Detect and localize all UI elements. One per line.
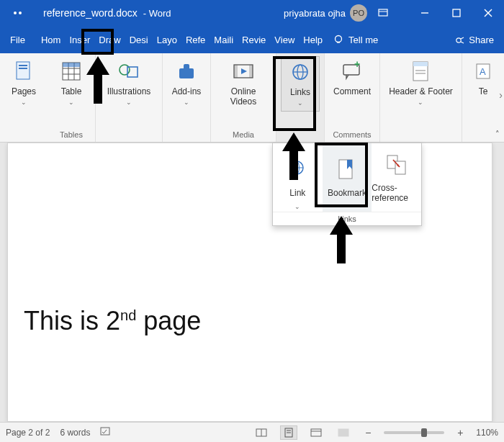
svg-rect-9 xyxy=(17,62,30,79)
svg-rect-23 xyxy=(234,65,238,78)
table-button[interactable]: Table⌄ xyxy=(52,56,91,110)
table-label: Table xyxy=(61,86,82,96)
ribbon-tabs: File Hom Inser Draw Desi Layo Refe Maili… xyxy=(0,26,504,53)
file-name: reference_word.docx xyxy=(43,7,138,19)
share-icon xyxy=(454,34,466,45)
zoom-slider[interactable] xyxy=(384,431,444,434)
shapes-icon xyxy=(117,59,141,84)
share-button[interactable]: Share xyxy=(444,34,504,45)
svg-rect-17 xyxy=(63,63,80,67)
collapse-ribbon-icon[interactable]: ˄ xyxy=(495,130,500,139)
spellcheck-icon[interactable] xyxy=(100,426,113,438)
user-account[interactable]: priyabrata ojha PO xyxy=(284,4,367,22)
view-print-layout[interactable] xyxy=(280,425,297,440)
text-button[interactable]: A Te xyxy=(467,56,500,99)
view-focus[interactable] xyxy=(335,425,352,440)
svg-rect-32 xyxy=(413,62,428,66)
status-page[interactable]: Page 2 of 2 xyxy=(6,428,50,438)
ribbon-display-icon[interactable] xyxy=(367,0,399,26)
header-footer-label: Header & Footer xyxy=(389,86,453,96)
svg-rect-11 xyxy=(19,68,27,69)
svg-point-18 xyxy=(120,65,130,75)
svg-rect-21 xyxy=(184,64,189,70)
tab-mailings[interactable]: Maili xyxy=(210,26,238,53)
illustrations-button[interactable]: Illustrations⌄ xyxy=(100,56,158,110)
svg-rect-54 xyxy=(311,429,321,436)
status-words[interactable]: 6 words xyxy=(60,428,90,438)
illustrations-label: Illustrations xyxy=(107,86,151,96)
group-media-label: Media xyxy=(233,130,254,140)
maximize-button[interactable] xyxy=(441,0,472,26)
tab-file[interactable]: File xyxy=(0,26,37,53)
header-footer-button[interactable]: Header & Footer ⌄ xyxy=(384,56,457,110)
pages-icon xyxy=(12,59,36,84)
tell-me[interactable]: Tell me xyxy=(333,34,378,45)
svg-text:A: A xyxy=(480,66,486,77)
bookmark-menu-label: Bookmark xyxy=(328,188,366,198)
svg-rect-56 xyxy=(338,429,348,436)
links-dropdown: Link ⌄ Bookmark Cross-reference Links xyxy=(272,143,422,226)
view-read-mode[interactable] xyxy=(253,425,270,440)
svg-point-8 xyxy=(456,38,461,42)
online-videos-button[interactable]: Online Videos xyxy=(215,56,271,110)
tab-help[interactable]: Help xyxy=(299,26,327,53)
comment-icon: + xyxy=(340,59,364,84)
ribbon-scroll-right-icon[interactable]: › xyxy=(499,89,503,101)
svg-rect-3 xyxy=(453,9,460,17)
user-name: priyabrata ojha xyxy=(284,8,346,19)
svg-point-6 xyxy=(336,36,342,42)
lightbulb-icon xyxy=(333,34,344,45)
ribbon: Pages⌄ Table⌄ Tables Illustrations⌄ Add-… xyxy=(0,53,504,143)
svg-rect-10 xyxy=(19,65,27,66)
app-name: - Word xyxy=(143,8,171,19)
links-button[interactable]: Links⌄ xyxy=(281,56,320,112)
minimize-button[interactable] xyxy=(409,0,441,26)
tab-insert[interactable]: Inser xyxy=(65,26,94,53)
bookmark-button[interactable]: Bookmark xyxy=(323,143,372,212)
addins-label: Add-ins xyxy=(172,86,202,96)
video-icon xyxy=(231,59,256,84)
bookmark-icon xyxy=(336,158,359,185)
avatar: PO xyxy=(350,4,367,22)
link-menu-label: Link xyxy=(289,188,305,198)
header-icon xyxy=(408,59,433,84)
comment-button[interactable]: + Comment xyxy=(329,56,375,99)
crossref-button[interactable]: Cross-reference xyxy=(372,143,421,212)
tell-me-label: Tell me xyxy=(348,35,378,45)
crossref-icon xyxy=(385,153,408,180)
svg-rect-0 xyxy=(379,9,387,16)
document-area: This is 2nd page xyxy=(0,143,504,422)
online-videos-label: Online Videos xyxy=(220,86,267,107)
textbox-icon: A xyxy=(471,59,495,84)
addins-icon xyxy=(174,59,199,84)
page-text: This is 2nd page xyxy=(24,306,201,336)
tab-home[interactable]: Hom xyxy=(37,26,65,53)
close-button[interactable] xyxy=(472,0,504,26)
view-web-layout[interactable] xyxy=(307,425,325,440)
zoom-thumb[interactable] xyxy=(421,428,427,437)
tab-view[interactable]: View xyxy=(270,26,299,53)
tab-references[interactable]: Refe xyxy=(181,26,210,53)
svg-rect-20 xyxy=(179,68,194,78)
zoom-out-button[interactable]: − xyxy=(362,427,374,438)
link-icon xyxy=(286,158,309,185)
addins-button[interactable]: Add-ins⌄ xyxy=(167,56,206,110)
crossref-menu-label: Cross-reference xyxy=(372,183,421,203)
link-button[interactable]: Link ⌄ xyxy=(273,143,323,212)
title-bar: reference_word.docx - Word priyabrata oj… xyxy=(0,0,504,26)
table-icon xyxy=(59,59,84,84)
tab-design[interactable]: Desi xyxy=(125,26,153,53)
svg-text:+: + xyxy=(354,61,360,70)
group-comments-label: Comments xyxy=(333,130,371,140)
tab-review[interactable]: Revie xyxy=(238,26,270,53)
text-label: Te xyxy=(479,86,488,96)
tab-draw[interactable]: Draw xyxy=(94,26,125,53)
status-bar: Page 2 of 2 6 words − + 110% xyxy=(0,422,504,442)
pages-button[interactable]: Pages⌄ xyxy=(4,56,43,110)
svg-marker-25 xyxy=(241,68,247,74)
quick-access[interactable] xyxy=(0,12,35,14)
tab-layout[interactable]: Layo xyxy=(153,26,181,53)
zoom-level[interactable]: 110% xyxy=(476,428,498,438)
links-label: Links xyxy=(290,87,310,97)
zoom-in-button[interactable]: + xyxy=(454,427,466,438)
